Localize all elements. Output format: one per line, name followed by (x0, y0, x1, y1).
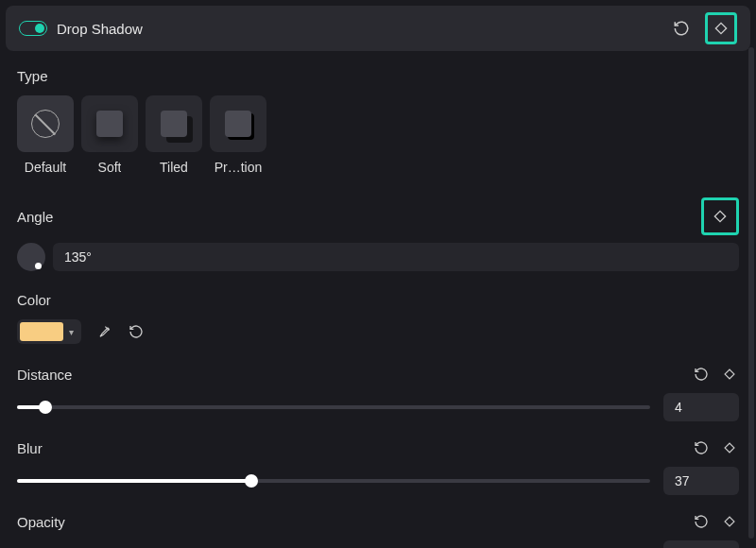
distance-value[interactable]: 4 (663, 393, 739, 421)
opacity-param: Opacity 60 (17, 512, 739, 548)
type-tiled[interactable]: Tiled (146, 95, 202, 175)
scrollbar[interactable] (748, 47, 754, 539)
reset-color-button[interactable] (127, 322, 146, 341)
effect-toggle[interactable] (19, 21, 47, 36)
angle-input[interactable]: 135° (53, 243, 739, 271)
panel-content: Type Default Soft Tiled Pr…tion Angle 13… (0, 57, 756, 548)
blur-label: Blur (17, 440, 43, 456)
distance-slider[interactable] (17, 405, 650, 409)
soft-icon (96, 111, 123, 137)
color-label: Color (17, 292, 739, 308)
projection-icon (225, 111, 251, 137)
keyframe-opacity-button[interactable] (720, 512, 739, 531)
keyframe-distance-button[interactable] (720, 365, 739, 384)
eyedropper-button[interactable] (94, 322, 113, 341)
reset-distance-button[interactable] (692, 365, 711, 384)
svg-rect-4 (725, 517, 734, 526)
panel-header: Drop Shadow (6, 6, 750, 51)
blur-value[interactable]: 37 (663, 467, 739, 495)
chevron-down-icon: ▾ (69, 327, 74, 337)
default-icon (31, 110, 60, 138)
angle-label: Angle (17, 209, 53, 225)
type-options: Default Soft Tiled Pr…tion (17, 95, 739, 175)
svg-rect-1 (714, 211, 725, 221)
type-default[interactable]: Default (17, 95, 74, 175)
blur-param: Blur 37 (17, 438, 739, 495)
opacity-value[interactable]: 60 (663, 540, 739, 548)
keyframe-header-button[interactable] (705, 12, 737, 44)
distance-label: Distance (17, 367, 72, 383)
reset-opacity-button[interactable] (692, 512, 711, 531)
type-soft[interactable]: Soft (81, 95, 138, 175)
distance-param: Distance 4 (17, 365, 739, 421)
type-projection[interactable]: Pr…tion (210, 95, 266, 175)
reset-header-button[interactable] (665, 12, 697, 44)
panel-title: Drop Shadow (57, 21, 665, 37)
keyframe-blur-button[interactable] (720, 438, 739, 457)
svg-rect-2 (725, 369, 734, 379)
svg-rect-3 (725, 443, 734, 453)
tiled-icon (161, 111, 187, 137)
color-swatch (20, 322, 63, 341)
color-picker[interactable]: ▾ (17, 319, 81, 344)
blur-slider[interactable] (17, 479, 650, 483)
svg-rect-0 (715, 23, 726, 33)
type-label: Type (17, 68, 739, 84)
angle-knob[interactable] (17, 243, 45, 271)
opacity-label: Opacity (17, 514, 65, 530)
reset-blur-button[interactable] (692, 438, 711, 457)
keyframe-angle-button[interactable] (701, 197, 739, 235)
